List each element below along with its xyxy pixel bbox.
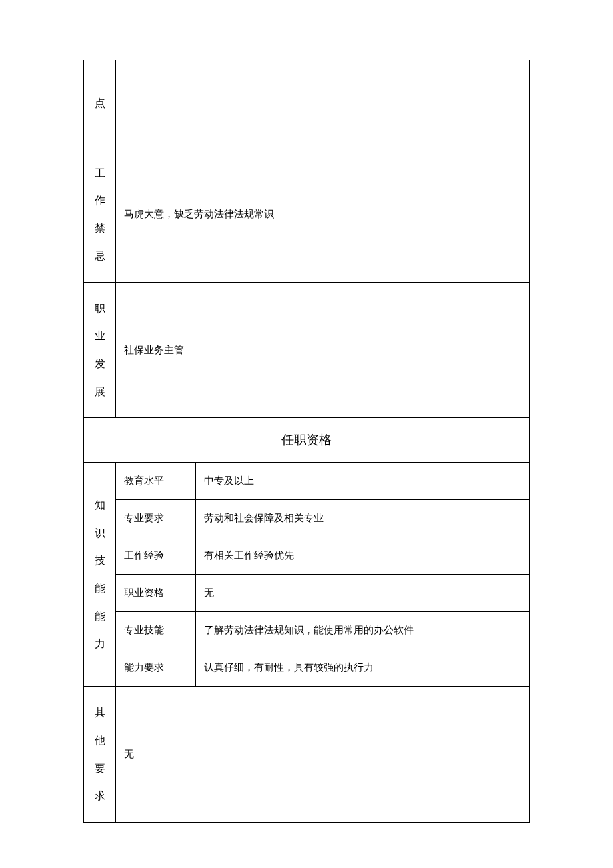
row-label-dian: 点 [84, 60, 116, 147]
row-label-other-req: 其他要求 [84, 687, 116, 822]
sublabel-ability: 能力要求 [116, 649, 196, 687]
row-value-career-dev: 社保业务主管 [116, 282, 530, 417]
table-row: 工作经验 有相关工作经验优先 [84, 537, 530, 575]
row-value-other-req: 无 [116, 687, 530, 822]
table-row: 其他要求 无 [84, 687, 530, 822]
value-major: 劳动和社会保障及相关专业 [196, 500, 530, 537]
sublabel-proskill: 专业技能 [116, 612, 196, 649]
table-row: 专业要求 劳动和社会保障及相关专业 [84, 500, 530, 537]
row-value-dian [116, 60, 530, 147]
value-proskill: 了解劳动法律法规知识，能使用常用的办公软件 [196, 612, 530, 649]
sublabel-education: 教育水平 [116, 463, 196, 500]
value-education: 中专及以上 [196, 463, 530, 500]
table-row: 工作禁忌 马虎大意，缺乏劳动法律法规常识 [84, 147, 530, 282]
table-row: 能力要求 认真仔细，有耐性，具有较强的执行力 [84, 649, 530, 687]
table-row: 职业资格 无 [84, 575, 530, 612]
sublabel-experience: 工作经验 [116, 537, 196, 575]
table-row: 知识技能能力 教育水平 中专及以上 [84, 463, 530, 500]
row-label-career-dev: 职业发展 [84, 282, 116, 417]
table-row: 点 [84, 60, 530, 147]
table-row: 专业技能 了解劳动法律法规知识，能使用常用的办公软件 [84, 612, 530, 649]
section-header-row: 任职资格 [84, 418, 530, 463]
sublabel-major: 专业要求 [116, 500, 196, 537]
sublabel-qualification: 职业资格 [116, 575, 196, 612]
value-qualification: 无 [196, 575, 530, 612]
table-row: 职业发展 社保业务主管 [84, 282, 530, 417]
row-value-work-taboo: 马虎大意，缺乏劳动法律法规常识 [116, 147, 530, 282]
job-spec-table: 点 工作禁忌 马虎大意，缺乏劳动法律法规常识 职业发展 社保业务主管 任职资格 … [83, 60, 530, 823]
value-ability: 认真仔细，有耐性，具有较强的执行力 [196, 649, 530, 687]
value-experience: 有相关工作经验优先 [196, 537, 530, 575]
row-label-work-taboo: 工作禁忌 [84, 147, 116, 282]
row-label-knowledge-skills: 知识技能能力 [84, 463, 116, 687]
section-header: 任职资格 [84, 418, 530, 463]
